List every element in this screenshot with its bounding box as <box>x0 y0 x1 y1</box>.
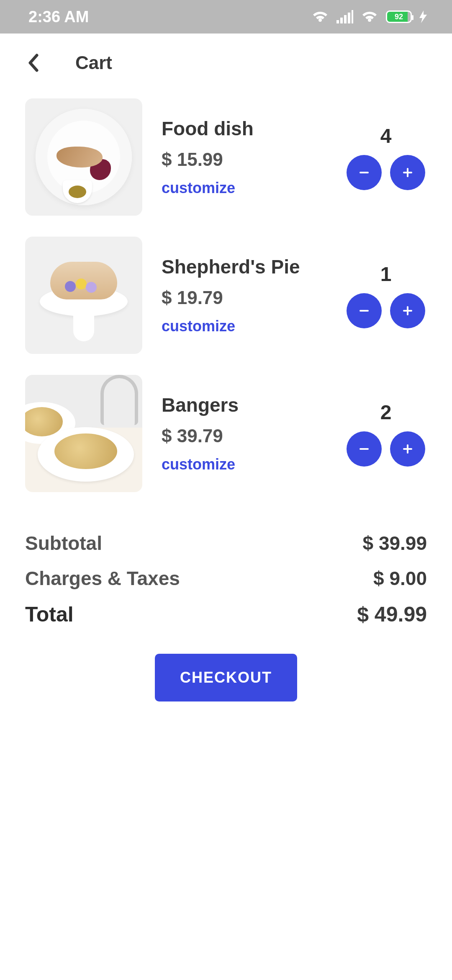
plus-icon <box>401 165 415 180</box>
total-label: Total <box>25 602 74 627</box>
svg-rect-13 <box>407 444 408 454</box>
item-image <box>25 237 142 354</box>
increment-button[interactable] <box>390 155 425 190</box>
item-name: Food dish <box>162 117 327 140</box>
charges-value: $ 9.00 <box>373 567 427 590</box>
decrement-button[interactable] <box>347 155 382 190</box>
quantity-control: 2 <box>347 401 427 467</box>
subtotal-value: $ 39.99 <box>363 532 427 554</box>
quantity-value: 1 <box>380 263 392 286</box>
increment-button[interactable] <box>390 293 425 328</box>
cart-list: Food dish $ 15.99 customize 4 Shepherd's… <box>0 90 452 505</box>
item-price: $ 15.99 <box>162 149 327 170</box>
customize-link[interactable]: customize <box>162 317 327 335</box>
customize-link[interactable]: customize <box>162 456 327 473</box>
item-price: $ 19.79 <box>162 287 327 308</box>
svg-rect-5 <box>360 172 369 173</box>
minus-icon <box>357 304 371 318</box>
quantity-value: 4 <box>380 124 392 147</box>
item-info: Food dish $ 15.99 customize <box>162 117 327 197</box>
cart-item: Shepherd's Pie $ 19.79 customize 1 <box>25 228 427 366</box>
quantity-value: 2 <box>380 401 392 424</box>
svg-rect-7 <box>407 168 408 177</box>
subtotal-row: Subtotal $ 39.99 <box>25 532 427 554</box>
svg-rect-4 <box>352 10 353 23</box>
total-value: $ 49.99 <box>357 602 427 627</box>
decrement-button[interactable] <box>347 431 382 467</box>
svg-rect-0 <box>336 20 339 23</box>
total-row: Total $ 49.99 <box>25 602 427 627</box>
cart-item: Bangers $ 39.79 customize 2 <box>25 366 427 505</box>
battery-icon: 92 <box>386 10 412 23</box>
minus-icon <box>357 165 371 180</box>
battery-percent: 92 <box>395 13 403 21</box>
minus-icon <box>357 442 371 456</box>
order-summary: Subtotal $ 39.99 Charges & Taxes $ 9.00 … <box>0 505 452 727</box>
charging-bolt-icon <box>419 10 427 23</box>
svg-rect-10 <box>407 306 408 315</box>
status-time: 2:36 AM <box>28 8 89 26</box>
chevron-left-icon <box>28 54 39 72</box>
customize-link[interactable]: customize <box>162 179 327 197</box>
cart-item: Food dish $ 15.99 customize 4 <box>25 90 427 228</box>
item-image <box>25 98 142 216</box>
subtotal-label: Subtotal <box>25 532 102 554</box>
charges-row: Charges & Taxes $ 9.00 <box>25 567 427 590</box>
item-info: Bangers $ 39.79 customize <box>162 394 327 473</box>
quantity-control: 4 <box>347 124 427 190</box>
svg-rect-2 <box>344 15 347 23</box>
plus-icon <box>401 442 415 456</box>
svg-rect-8 <box>360 310 369 312</box>
status-indicators: 92 <box>311 10 427 23</box>
status-bar: 2:36 AM 92 <box>0 0 452 34</box>
item-name: Bangers <box>162 394 327 416</box>
svg-rect-11 <box>360 448 369 450</box>
page-header: Cart <box>0 34 452 90</box>
quantity-control: 1 <box>347 263 427 328</box>
item-name: Shepherd's Pie <box>162 255 327 278</box>
page-title: Cart <box>75 52 112 73</box>
svg-rect-3 <box>348 13 350 23</box>
item-image <box>25 375 142 492</box>
increment-button[interactable] <box>390 431 425 467</box>
charges-label: Charges & Taxes <box>25 567 180 590</box>
checkout-button[interactable]: CHECKOUT <box>155 654 297 701</box>
item-info: Shepherd's Pie $ 19.79 customize <box>162 255 327 335</box>
svg-rect-1 <box>340 18 343 23</box>
wifi-icon <box>311 10 329 23</box>
wifi-icon-2 <box>361 10 378 23</box>
item-price: $ 39.79 <box>162 426 327 446</box>
back-button[interactable] <box>25 54 42 71</box>
signal-icon <box>336 10 353 23</box>
plus-icon <box>401 304 415 318</box>
decrement-button[interactable] <box>347 293 382 328</box>
